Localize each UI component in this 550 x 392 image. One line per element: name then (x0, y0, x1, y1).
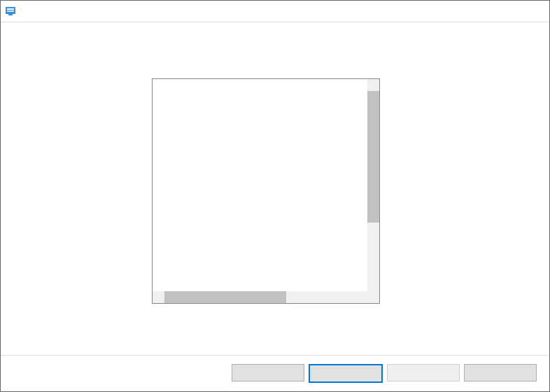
minimize-button[interactable] (455, 1, 486, 22)
scroll-left-button[interactable] (153, 291, 164, 303)
scroll-down-button[interactable] (367, 279, 379, 291)
scroll-track[interactable] (367, 91, 379, 279)
app-icon (5, 6, 16, 17)
nav-sidebar (22, 50, 134, 355)
scroll-up-button[interactable] (367, 79, 379, 91)
content-area (1, 22, 549, 391)
cancel-button[interactable] (464, 364, 537, 382)
mid-column (152, 62, 380, 355)
title-bar (1, 1, 549, 22)
body (1, 50, 549, 355)
tree-scroll-viewport (153, 79, 379, 291)
description-panel (380, 62, 533, 355)
main-area (134, 50, 533, 355)
wizard-window (0, 0, 550, 392)
svg-rect-2 (7, 10, 14, 12)
vertical-scrollbar[interactable] (367, 79, 379, 291)
horizontal-scrollbar[interactable] (153, 291, 379, 303)
scroll-right-button[interactable] (367, 291, 379, 303)
roles-tree (152, 78, 380, 304)
close-button[interactable] (518, 1, 549, 22)
footer (1, 355, 549, 391)
next-button[interactable] (309, 364, 383, 383)
svg-rect-1 (7, 8, 14, 10)
hscroll-track[interactable] (164, 291, 367, 303)
install-button (387, 364, 460, 382)
svg-rect-3 (8, 14, 13, 15)
previous-button[interactable] (232, 364, 304, 382)
hscroll-thumb[interactable] (164, 291, 286, 303)
maximize-button[interactable] (486, 1, 518, 22)
tree-inner (153, 79, 379, 82)
header-area (1, 22, 549, 50)
scroll-thumb[interactable] (367, 91, 379, 223)
